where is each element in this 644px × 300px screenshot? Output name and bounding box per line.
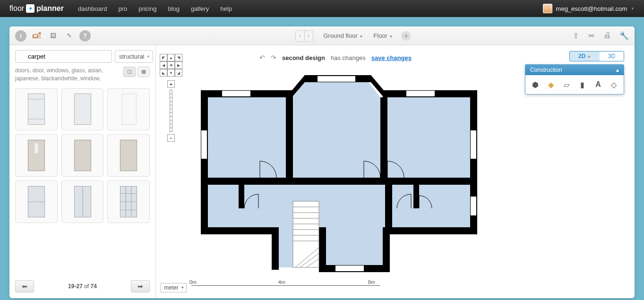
next-page-button[interactable]: ➡ xyxy=(131,280,150,292)
floor-plan[interactable] xyxy=(198,69,482,282)
undo-button[interactable]: ↶ xyxy=(259,54,265,61)
svg-rect-38 xyxy=(286,97,293,182)
export-icon[interactable]: ⇪ xyxy=(573,31,579,40)
info-icon[interactable]: i xyxy=(15,30,26,42)
print-icon[interactable]: 🖨 xyxy=(603,31,611,40)
tool-shape-icon[interactable]: ◇ xyxy=(608,79,619,90)
pan-ne-button[interactable]: ◥ xyxy=(175,54,182,61)
library-item[interactable] xyxy=(107,88,150,131)
pan-down-button[interactable]: ▼ xyxy=(167,69,175,77)
svg-rect-58 xyxy=(471,130,476,159)
svg-rect-32 xyxy=(385,227,477,234)
help-icon[interactable]: ? xyxy=(79,30,91,42)
logo[interactable]: floor ✦ planner xyxy=(9,4,64,13)
svg-rect-55 xyxy=(318,76,355,82)
view-2d-button[interactable]: 2D ▼ xyxy=(570,51,600,61)
add-floor-button[interactable]: + xyxy=(401,31,411,41)
edit-icon[interactable]: ✎ xyxy=(63,30,75,42)
tag-list: doors, door, windows, glass, asian, japa… xyxy=(15,67,120,83)
share-icon[interactable]: ⫘ xyxy=(587,31,595,40)
view-mode-switch: 2D ▼ 3D xyxy=(569,51,624,61)
pan-nw-button[interactable]: ◤ xyxy=(160,54,167,61)
main-nav: dashboard pro pricing blog gallery help xyxy=(78,5,232,12)
nav-forward-button[interactable]: › xyxy=(304,31,313,41)
svg-rect-8 xyxy=(120,140,137,171)
library-item[interactable] xyxy=(15,180,58,223)
tool-floor-icon[interactable]: ◆ xyxy=(545,79,557,90)
settings-icon[interactable]: 🔧 xyxy=(619,31,629,40)
zoom-slider[interactable] xyxy=(170,90,172,132)
svg-rect-19 xyxy=(207,97,287,178)
canvas[interactable]: ↶ ↷ second design has changes save chang… xyxy=(156,26,635,298)
nav-pricing[interactable]: pricing xyxy=(138,5,156,12)
library-item[interactable] xyxy=(61,180,104,223)
scale-bar: meter 0m 4m 8m xyxy=(161,283,380,292)
history-nav: ‹ › xyxy=(295,30,313,42)
user-email: meg_escott@hotmail.com xyxy=(556,5,627,12)
tool-room-icon[interactable]: ⬢ xyxy=(530,79,541,90)
pan-center-button[interactable]: ✥ xyxy=(167,61,175,69)
nav-help[interactable]: help xyxy=(220,5,232,12)
pan-se-button[interactable]: ◢ xyxy=(175,69,182,77)
svg-rect-23 xyxy=(392,185,472,232)
user-menu[interactable]: meg_escott@hotmail.com ▼ xyxy=(543,4,635,13)
library-item[interactable] xyxy=(15,88,58,131)
floor-select-ground[interactable]: Ground floor ▼ xyxy=(324,32,363,39)
svg-rect-21 xyxy=(387,97,472,178)
svg-rect-39 xyxy=(380,97,387,182)
collapse-icon: ▴ xyxy=(616,67,619,73)
svg-rect-33 xyxy=(272,227,279,270)
nav-pro[interactable]: pro xyxy=(118,5,127,12)
design-status: has changes xyxy=(331,54,366,61)
svg-rect-4 xyxy=(122,94,136,125)
photo-icon[interactable]: 🖼 xyxy=(47,30,59,42)
save-changes-link[interactable]: save changes xyxy=(371,54,412,61)
svg-marker-20 xyxy=(293,82,380,178)
tool-door-icon[interactable]: ▮ xyxy=(577,79,588,90)
svg-rect-40 xyxy=(201,178,477,185)
redo-button[interactable]: ↷ xyxy=(271,54,276,61)
svg-rect-60 xyxy=(335,266,364,271)
pan-up-button[interactable]: ▲ xyxy=(167,54,175,61)
tool-wall-icon[interactable]: ▱ xyxy=(561,79,572,90)
search-input[interactable] xyxy=(15,50,112,63)
library-item[interactable] xyxy=(61,134,104,177)
zoom-in-button[interactable]: + xyxy=(167,80,175,88)
floor-select-floor[interactable]: Floor ▼ xyxy=(373,32,393,39)
svg-rect-56 xyxy=(406,91,435,96)
tool-text-icon[interactable]: A xyxy=(592,79,604,90)
view-list-toggle[interactable]: ▦ xyxy=(137,67,150,77)
svg-rect-0 xyxy=(28,94,44,125)
construction-panel: Construction▴ ⬢ ◆ ▱ ▮ A ◇ xyxy=(525,64,624,94)
nav-dashboard[interactable]: dashboard xyxy=(78,5,107,12)
library-item[interactable] xyxy=(107,134,150,177)
brand-text-a: floor xyxy=(9,4,24,13)
design-name: second design xyxy=(282,54,325,61)
svg-rect-7 xyxy=(74,140,91,171)
library-item[interactable] xyxy=(107,180,150,223)
zoom-out-button[interactable]: − xyxy=(167,134,175,142)
svg-rect-29 xyxy=(201,90,208,234)
nav-back-button[interactable]: ‹ xyxy=(296,31,304,41)
nav-gallery[interactable]: gallery xyxy=(191,5,209,12)
unit-select[interactable]: meter xyxy=(161,283,187,292)
panel-header[interactable]: Construction▴ xyxy=(525,65,624,75)
pan-left-button[interactable]: ◀ xyxy=(160,61,167,69)
svg-rect-59 xyxy=(471,197,476,215)
pan-sw-button[interactable]: ◣ xyxy=(160,69,167,77)
app-toolbar: i 🛋 🖼 ✎ ? ‹ › Ground floor ▼ Floor ▼ + ⇪… xyxy=(9,26,635,45)
category-select[interactable]: structural xyxy=(115,50,153,63)
prev-page-button[interactable]: ⬅ xyxy=(15,280,34,292)
library-grid xyxy=(9,86,155,225)
view-3d-button[interactable]: 3D xyxy=(600,51,624,61)
design-header: ↶ ↷ second design has changes save chang… xyxy=(184,50,487,65)
library-item[interactable] xyxy=(15,134,58,177)
view-3d-toggle[interactable]: ◫ xyxy=(123,67,136,77)
pan-right-button[interactable]: ▶ xyxy=(175,61,182,69)
nav-blog[interactable]: blog xyxy=(168,5,180,12)
svg-rect-31 xyxy=(201,227,276,234)
furniture-icon[interactable]: 🛋 xyxy=(31,30,43,42)
svg-rect-24 xyxy=(321,232,387,267)
library-item[interactable] xyxy=(61,88,104,131)
svg-rect-43 xyxy=(293,201,319,267)
